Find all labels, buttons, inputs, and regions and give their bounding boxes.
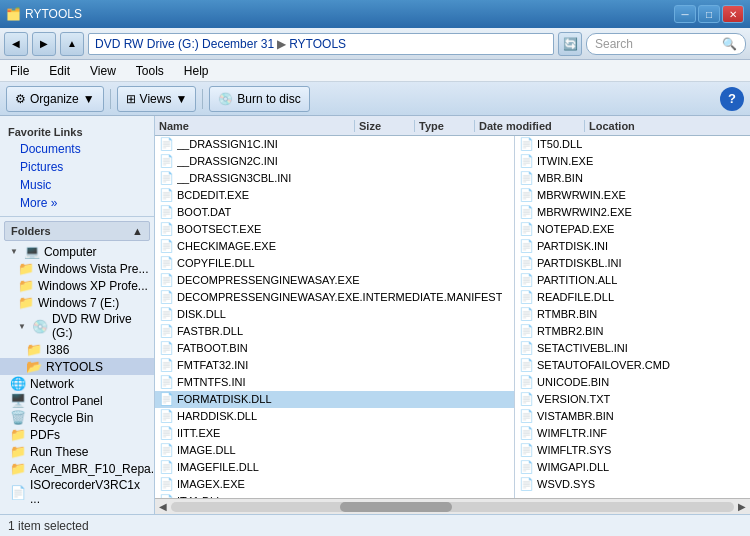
file-entry[interactable]: 📄 BCDEDIT.EXE [155,187,514,204]
burn-button[interactable]: 💿 Burn to disc [209,86,309,112]
address-bar: ◀ ▶ ▲ DVD RW Drive (G:) December 31 ▶ RY… [0,28,750,60]
file-entry[interactable]: 📄 MBR.BIN [515,170,750,187]
folder-item-computer[interactable]: ▼ 💻 Computer [0,243,154,260]
file-entry[interactable]: 📄 WIMFLTR.INF [515,425,750,442]
file-entry[interactable]: 📄 VISTAMBR.BIN [515,408,750,425]
file-entry-selected[interactable]: 📄 FORMATDISK.DLL [155,391,514,408]
file-entry[interactable]: 📄 ITWIN.EXE [515,153,750,170]
up-button[interactable]: ▲ [60,32,84,56]
back-button[interactable]: ◀ [4,32,28,56]
folder-item-dvd[interactable]: ▼ 💿 DVD RW Drive (G:) [0,311,154,341]
file-entry[interactable]: 📄 MBRWRWIN2.EXE [515,204,750,221]
maximize-button[interactable]: □ [698,5,720,23]
scroll-track[interactable] [171,502,734,512]
forward-button[interactable]: ▶ [32,32,56,56]
file-entry[interactable]: 📄 DISK.DLL [155,306,514,323]
scroll-right-btn[interactable]: ▶ [738,501,746,512]
file-entry[interactable]: 📄 WIMGAPI.DLL [515,459,750,476]
file-entry[interactable]: 📄 FASTBR.DLL [155,323,514,340]
file-entry[interactable]: 📄 DECOMPRESSENGINEWASAY.EXE [155,272,514,289]
help-button[interactable]: ? [720,87,744,111]
folder-item-i386[interactable]: 📁 I386 [0,341,154,358]
folder-item-win7[interactable]: 📁 Windows 7 (E:) [0,294,154,311]
refresh-button[interactable]: 🔄 [558,32,582,56]
file-icon: 📄 [159,426,174,440]
file-name: FMTNTFS.INI [177,376,245,388]
file-entry[interactable]: 📄 DECOMPRESSENGINEWASAY.EXE.INTERMEDIATE… [155,289,514,306]
scroll-left-btn[interactable]: ◀ [159,501,167,512]
folder-item-vista[interactable]: 📁 Windows Vista Pre... [0,260,154,277]
scroll-thumb[interactable] [340,502,453,512]
file-entry[interactable]: 📄 CHECKIMAGE.EXE [155,238,514,255]
close-button[interactable]: ✕ [722,5,744,23]
folder-item-rytools[interactable]: 📂 RYTOOLS [0,358,154,375]
sidebar-link-music[interactable]: Music [0,176,154,194]
file-entry[interactable]: 📄 RTMBR2.BIN [515,323,750,340]
file-entry[interactable]: 📄 IMAGE.DLL [155,442,514,459]
file-icon: 📄 [159,171,174,185]
file-entry[interactable]: 📄 __DRASSIGN1C.INI [155,136,514,153]
file-entry[interactable]: 📄 READFILE.DLL [515,289,750,306]
menu-edit[interactable]: Edit [45,62,74,80]
file-entry[interactable]: 📄 IITT.EXE [155,425,514,442]
expand-icon: ▼ [18,322,26,331]
minimize-button[interactable]: ─ [674,5,696,23]
file-name: PARTDISKBL.INI [537,257,622,269]
folder-item-control-panel[interactable]: 🖥️ Control Panel [0,392,154,409]
horizontal-scrollbar[interactable]: ◀ ▶ [155,498,750,514]
file-entry[interactable]: 📄 SETACTIVEBL.INI [515,340,750,357]
file-entry[interactable]: 📄 PARTDISK.INI [515,238,750,255]
file-entry[interactable]: 📄 HARDDISK.DLL [155,408,514,425]
search-box[interactable]: Search 🔍 [586,33,746,55]
file-entry[interactable]: 📄 VERSION.TXT [515,391,750,408]
sidebar-link-documents[interactable]: Documents [0,140,154,158]
file-entry[interactable]: 📄 RTMBR.BIN [515,306,750,323]
sidebar-link-pictures[interactable]: Pictures [0,158,154,176]
col-type-header[interactable]: Type [415,120,475,132]
folder-item-iso[interactable]: 📄 ISOrecorderV3RC1x ... [0,477,154,507]
file-entry[interactable]: 📄 IMAGEFILE.DLL [155,459,514,476]
folder-item-recycle-bin[interactable]: 🗑️ Recycle Bin [0,409,154,426]
col-location-header[interactable]: Location [585,120,750,132]
file-entry[interactable]: 📄 FATBOOT.BIN [155,340,514,357]
col-name-header[interactable]: Name [155,120,355,132]
menu-tools[interactable]: Tools [132,62,168,80]
file-entry[interactable]: 📄 __DRASSIGN2C.INI [155,153,514,170]
file-entry[interactable]: 📄 MBRWRWIN.EXE [515,187,750,204]
file-icon: 📄 [159,409,174,423]
file-icon: 📄 [519,375,534,389]
sidebar-link-more[interactable]: More » [0,194,154,212]
file-entry[interactable]: 📄 IT50.DLL [515,136,750,153]
address-path[interactable]: DVD RW Drive (G:) December 31 ▶ RYTOOLS [88,33,554,55]
folder-item-pdfs[interactable]: 📁 PDFs [0,426,154,443]
file-entry[interactable]: 📄 __DRASSIGN3CBL.INI [155,170,514,187]
file-entry[interactable]: 📄 PARTITION.ALL [515,272,750,289]
folder-item-xp[interactable]: 📁 Windows XP Profe... [0,277,154,294]
file-entry[interactable]: 📄 FMTFAT32.INI [155,357,514,374]
file-entry[interactable]: 📄 BOOTSECT.EXE [155,221,514,238]
file-entry[interactable]: 📄 PARTDISKBL.INI [515,255,750,272]
file-icon: 📄 [159,188,174,202]
menu-file[interactable]: File [6,62,33,80]
folder-item-run-these[interactable]: 📁 Run These [0,443,154,460]
file-entry[interactable]: 📄 WSVD.SYS [515,476,750,493]
col-date-header[interactable]: Date modified [475,120,585,132]
file-name: __DRASSIGN2C.INI [177,155,278,167]
folder-item-acer[interactable]: 📁 Acer_MBR_F10_Repa... [0,460,154,477]
file-entry[interactable]: 📄 FMTNTFS.INI [155,374,514,391]
file-entry[interactable]: 📄 SETAUTOFAILOVER.CMD [515,357,750,374]
file-entry[interactable]: 📄 IMAGEX.EXE [155,476,514,493]
organize-button[interactable]: ⚙ Organize ▼ [6,86,104,112]
views-button[interactable]: ⊞ Views ▼ [117,86,197,112]
folders-header[interactable]: Folders ▲ [4,221,150,241]
file-entry[interactable]: 📄 BOOT.DAT [155,204,514,221]
file-icon: 📄 [519,154,534,168]
menu-help[interactable]: Help [180,62,213,80]
menu-view[interactable]: View [86,62,120,80]
col-size-header[interactable]: Size [355,120,415,132]
file-entry[interactable]: 📄 NOTEPAD.EXE [515,221,750,238]
file-entry[interactable]: 📄 WIMFLTR.SYS [515,442,750,459]
file-entry[interactable]: 📄 UNICODE.BIN [515,374,750,391]
folder-item-network[interactable]: 🌐 Network [0,375,154,392]
file-entry[interactable]: 📄 COPYFILE.DLL [155,255,514,272]
